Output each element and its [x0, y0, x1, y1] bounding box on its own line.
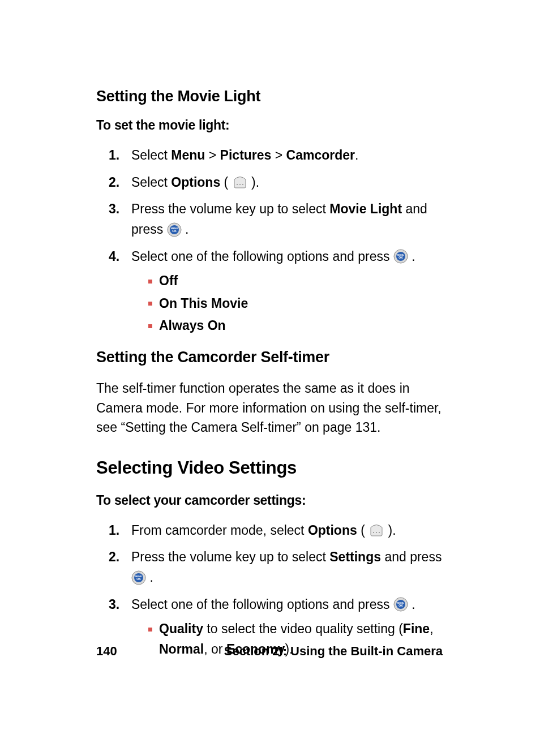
t: .: [412, 597, 415, 612]
intro-movie-light: To set the movie light:: [96, 118, 444, 133]
t: Select: [131, 175, 171, 190]
t: Off: [159, 271, 178, 291]
step-body: Select Options ( ).: [131, 173, 444, 193]
t: Settings: [329, 549, 381, 564]
t: Quality: [159, 621, 203, 636]
step-body: Select one of the following options and …: [131, 247, 444, 339]
page-number: 140: [96, 644, 117, 659]
step-2: 2. Select Options ( ).: [109, 173, 444, 193]
step-body: From camcorder mode, select Options ( ).: [131, 521, 444, 541]
t: (: [220, 175, 228, 190]
t: Press the volume key up to select: [131, 549, 329, 564]
menu-ok-icon: MENU OK: [167, 222, 182, 237]
intro-video-settings: To select your camcorder settings:: [96, 493, 444, 508]
t: (: [357, 523, 365, 538]
t: Menu: [171, 148, 205, 162]
t: to select the video quality setting (: [203, 621, 403, 636]
menu-ok-icon: MENU OK: [393, 249, 408, 264]
t: .: [355, 148, 358, 162]
t: .: [149, 570, 153, 585]
t: >: [205, 148, 220, 162]
heading-movie-light: Setting the Movie Light: [96, 88, 444, 105]
svg-point-1: [239, 184, 241, 185]
bullet-icon: [148, 324, 152, 328]
bullet-icon: [148, 628, 152, 632]
t: From camcorder mode, select: [131, 523, 308, 538]
step-1: 1. Select Menu > Pictures > Camcorder.: [109, 145, 444, 166]
menu-ok-icon: MENU OK: [131, 570, 146, 585]
step-body: Press the volume key up to select Settin…: [131, 547, 444, 587]
step-4: 4. Select one of the following options a…: [109, 247, 444, 339]
t: Press the volume key up to select: [131, 201, 329, 216]
svg-point-12: [376, 532, 377, 533]
step-num: 2.: [109, 547, 131, 568]
svg-text:OK: OK: [398, 256, 403, 259]
t: Select one of the following options and …: [131, 249, 393, 264]
svg-point-2: [242, 184, 243, 185]
t: .: [185, 222, 188, 237]
t: Fine: [403, 621, 430, 636]
option-on-this-movie: On This Movie: [148, 294, 444, 314]
step-body: Press the volume key up to select Movie …: [131, 199, 444, 239]
bullet-icon: [148, 280, 152, 284]
softkey-icon: [232, 175, 248, 189]
heading-video-settings: Selecting Video Settings: [96, 458, 444, 478]
svg-point-11: [373, 532, 374, 533]
t: .: [412, 249, 415, 264]
softkey-icon: [368, 523, 384, 537]
body-self-timer: The self-timer function operates the sam…: [96, 379, 444, 437]
t: and press: [381, 549, 442, 564]
step-2: 2. Press the volume key up to select Set…: [109, 547, 444, 587]
step-num: 3.: [109, 199, 131, 220]
heading-self-timer: Setting the Camcorder Self-timer: [96, 349, 444, 366]
menu-ok-icon: MENU OK: [393, 597, 408, 612]
t: Camcorder: [286, 148, 355, 162]
t: Always On: [159, 316, 226, 336]
svg-point-13: [379, 532, 380, 533]
t: Select one of the following options and …: [131, 597, 393, 612]
t: Options: [308, 523, 357, 538]
t: Pictures: [220, 148, 272, 162]
t: Select: [131, 148, 171, 162]
svg-text:OK: OK: [172, 229, 177, 233]
steps-video-settings: 1. From camcorder mode, select Options (…: [96, 521, 444, 662]
option-always-on: Always On: [148, 316, 444, 336]
option-off: Off: [148, 271, 444, 291]
step-num: 3.: [109, 595, 131, 615]
steps-movie-light: 1. Select Menu > Pictures > Camcorder. 2…: [96, 145, 444, 338]
options-movie-light: Off On This Movie Always On: [131, 271, 444, 336]
step-num: 4.: [109, 247, 131, 267]
step-num: 1.: [109, 521, 131, 541]
svg-point-0: [237, 184, 238, 185]
t: ).: [251, 175, 259, 190]
step-body: Select Menu > Pictures > Camcorder.: [131, 145, 444, 166]
step-3: 3. Press the volume key up to select Mov…: [109, 199, 444, 239]
t: ).: [388, 523, 396, 538]
page-footer: 140 Section 2I: Using the Built-in Camer…: [96, 644, 443, 659]
t: >: [271, 148, 286, 162]
t: ,: [430, 621, 433, 636]
bullet-icon: [148, 302, 152, 306]
step-num: 1.: [109, 145, 131, 166]
section-label: Section 2I: Using the Built-in Camera: [224, 644, 443, 659]
t: Movie Light: [329, 201, 402, 216]
t: On This Movie: [159, 294, 248, 314]
t: Options: [171, 175, 220, 190]
step-num: 2.: [109, 173, 131, 193]
svg-text:OK: OK: [136, 577, 141, 581]
svg-text:OK: OK: [398, 604, 403, 607]
step-1: 1. From camcorder mode, select Options (…: [109, 521, 444, 541]
